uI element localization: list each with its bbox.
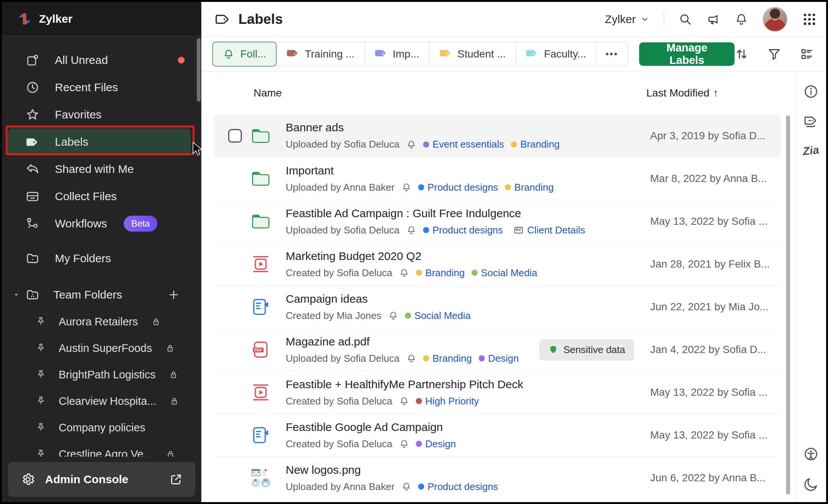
label-link[interactable]: High Priority (416, 395, 479, 407)
byline-text: Uploaded by Anna Baker (286, 182, 395, 193)
manage-labels-button[interactable]: Manage Labels (639, 42, 735, 66)
follow-bell-icon[interactable] (399, 396, 409, 406)
sidebar-item-clearview-hospita-[interactable]: Clearview Hospita... (2, 388, 201, 414)
label-link[interactable]: Design (479, 353, 519, 364)
info-icon[interactable] (803, 84, 819, 100)
label-link[interactable]: Branding (511, 138, 560, 150)
label-link[interactable]: Event essentials (423, 138, 504, 150)
table-row[interactable]: Feastible + HealthifyMe Partnership Pitc… (214, 371, 781, 414)
file-byline: Created by Sofia DelucaBrandingSocial Me… (286, 267, 650, 279)
label-link[interactable]: Product designs (418, 182, 498, 193)
sidebar-item-aurora-retailers[interactable]: Aurora Retailers (2, 308, 201, 335)
row-checkbox[interactable] (228, 129, 242, 143)
team-folder-label: Aurora Retailers (59, 316, 138, 328)
accessibility-icon[interactable] (803, 446, 819, 462)
sidebar-item-crestline-agro-ve-[interactable]: Crestline Agro Ve... (2, 441, 201, 457)
table-row[interactable]: Campaign ideasCreated by Mia JonesSocial… (214, 285, 781, 328)
file-name[interactable]: Important (286, 164, 650, 177)
file-name[interactable]: Marketing Budget 2020 Q2 (286, 250, 650, 263)
sidebar-item-labels[interactable]: Labels (8, 128, 191, 156)
user-avatar[interactable] (763, 7, 788, 32)
collapse-caret-icon[interactable] (12, 291, 20, 299)
column-name[interactable]: Name (254, 87, 282, 99)
list-view-icon[interactable] (800, 47, 814, 61)
sidebar-item-all-unread[interactable]: All Unread (2, 47, 201, 74)
follow-bell-icon[interactable] (399, 268, 409, 278)
sidebar-item-collect-files[interactable]: Collect Files (2, 183, 201, 210)
labels-title-icon (215, 12, 230, 27)
zia-assistant-icon[interactable]: Zia (802, 143, 820, 158)
file-name[interactable]: Feastible + HealthifyMe Partnership Pitc… (286, 378, 650, 391)
add-team-folder-button[interactable] (167, 288, 180, 301)
column-last-modified[interactable]: Last Modified ↑ (646, 87, 777, 99)
file-name[interactable]: Feastible Ad Campaign : Guilt Free Indul… (286, 207, 650, 220)
table-row[interactable]: ImportantUploaded by Anna BakerProduct d… (214, 157, 781, 200)
follow-bell-icon[interactable] (406, 353, 416, 363)
logo-bar: Zylker (2, 2, 201, 36)
follow-bell-icon[interactable] (406, 140, 416, 149)
file-byline: Uploaded by Anna BakerProduct designsBra… (286, 182, 650, 193)
file-byline: Created by Mia JonesSocial Media (286, 310, 650, 322)
lock-icon (168, 370, 179, 380)
sidebar-item-team-folders[interactable]: Team Folders (2, 281, 201, 308)
label-link[interactable]: Branding (416, 267, 465, 279)
labels-panel-icon[interactable] (803, 114, 819, 130)
follow-bell-icon[interactable] (402, 182, 411, 192)
sidebar-item-austin-superfoods[interactable]: Austin SuperFoods (2, 335, 201, 361)
file-name[interactable]: Feastible Google Ad Campaign (286, 421, 650, 434)
label-link[interactable]: Client Details (510, 224, 585, 236)
search-icon[interactable] (679, 12, 692, 26)
filter-chip[interactable]: Faculty... (516, 42, 596, 66)
sidebar-item-company-policies[interactable]: Company policies (2, 414, 201, 441)
table-row[interactable]: Feastible Google Ad CampaignCreated by S… (214, 414, 781, 456)
filter-chip[interactable]: Imp... (365, 42, 430, 66)
label-dot (418, 484, 424, 490)
table-row[interactable]: New logos.pngUploaded by Anna BakerProdu… (214, 456, 781, 499)
byline-text: Created by Sofia Deluca (286, 267, 392, 279)
table-row[interactable]: Marketing Budget 2020 Q2Created by Sofia… (214, 243, 781, 285)
more-labels-button[interactable]: ••• (596, 42, 627, 66)
follow-bell-icon[interactable] (388, 311, 398, 320)
folder-file-icon (251, 169, 271, 188)
label-link[interactable]: Branding (423, 353, 472, 364)
follow-bell-icon[interactable] (402, 482, 411, 492)
sidebar-item-favorites[interactable]: Favorites (2, 101, 201, 128)
label-link[interactable]: Product designs (418, 481, 498, 493)
label-link[interactable]: Design (416, 438, 456, 450)
table-row[interactable]: PDFMagazine ad.pdfUploaded by Sofia Delu… (214, 328, 781, 371)
table-row[interactable]: Banner adsUploaded by Sofia DelucaEvent … (214, 114, 781, 157)
follow-bell-icon[interactable] (406, 225, 416, 235)
sidebar-item-shared-with-me[interactable]: Shared with Me (2, 156, 201, 183)
filter-chip[interactable]: Training ... (277, 42, 364, 66)
bell-icon[interactable] (735, 12, 748, 26)
file-name[interactable]: New logos.png (286, 464, 650, 476)
filter-chip[interactable]: Foll... (212, 42, 277, 67)
announcements-icon[interactable] (707, 12, 720, 26)
file-name[interactable]: Magazine ad.pdf (286, 335, 539, 348)
pin-icon (35, 369, 47, 380)
dark-mode-moon-icon[interactable] (803, 476, 819, 492)
sidebar-item-recent-files[interactable]: Recent Files (2, 74, 201, 101)
label-link[interactable]: Social Media (405, 310, 471, 322)
admin-console-button[interactable]: Admin Console (8, 462, 195, 497)
sidebar-scrollbar[interactable] (197, 38, 201, 102)
workspace-dropdown[interactable]: Zylker (605, 13, 649, 26)
file-name[interactable]: Campaign ideas (286, 292, 650, 305)
table-row[interactable]: Feastible Ad Campaign : Guilt Free Indul… (214, 200, 781, 243)
sort-icon[interactable] (735, 47, 749, 61)
list-scrollbar[interactable] (786, 115, 790, 495)
apps-grid-icon[interactable] (802, 12, 817, 27)
sidebar-item-brightpath-logistics[interactable]: BrightPath Logistics (2, 361, 201, 388)
lock-icon (169, 396, 179, 406)
follow-bell-icon[interactable] (399, 439, 409, 449)
sidebar-item-workflows[interactable]: WorkflowsBeta (2, 210, 201, 237)
label-link[interactable]: Branding (505, 182, 554, 193)
label-link[interactable]: Product designs (423, 224, 503, 236)
file-name[interactable]: Banner ads (286, 121, 650, 134)
sidebar-item-my-folders[interactable]: My Folders (2, 245, 201, 272)
label-link[interactable]: Social Media (472, 267, 537, 279)
chip-label: Training ... (305, 48, 354, 60)
last-modified-cell: Jun 22, 2021 by Mia Jo... (650, 301, 781, 313)
filter-chip[interactable]: Student ... (430, 42, 516, 66)
filter-icon[interactable] (767, 47, 781, 61)
